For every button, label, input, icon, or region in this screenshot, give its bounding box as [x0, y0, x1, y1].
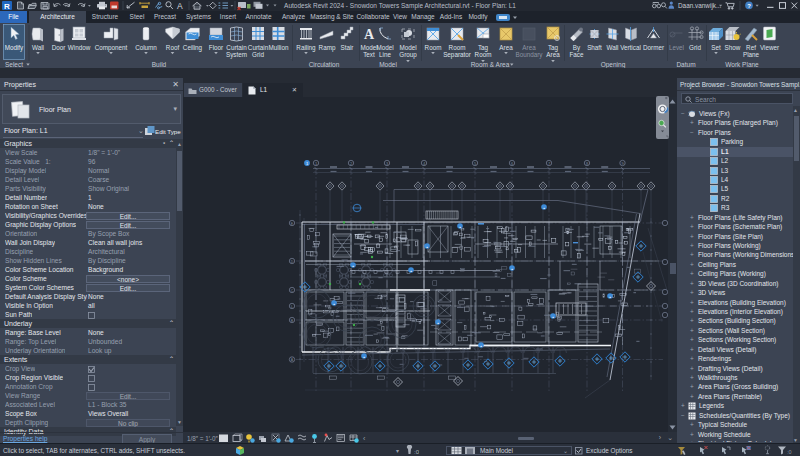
svg-text:Modify: Modify	[5, 44, 24, 52]
svg-text:▲: ▲	[459, 226, 462, 229]
svg-text:▲: ▲	[437, 322, 440, 325]
svg-text:▲: ▲	[511, 268, 514, 271]
svg-text:Text: Text	[363, 51, 375, 58]
svg-text:Column: Column	[135, 44, 157, 51]
svg-text:Set: Set	[711, 44, 721, 51]
svg-text:Railing: Railing	[296, 44, 316, 52]
svg-text:Vertical: Vertical	[620, 44, 641, 51]
svg-text:Boundary: Boundary	[516, 51, 544, 59]
svg-text:▲: ▲	[363, 356, 366, 359]
svg-text:Grid: Grid	[252, 51, 264, 58]
svg-text:Area: Area	[522, 44, 536, 51]
svg-text:▲: ▲	[480, 345, 483, 348]
svg-text:Curtain: Curtain	[226, 44, 247, 51]
svg-text:L: L	[291, 305, 293, 309]
svg-text:Curtain: Curtain	[248, 44, 269, 51]
svg-text:Area: Area	[546, 51, 560, 58]
svg-text:▲: ▲	[410, 270, 413, 273]
svg-text:i: i	[557, 36, 558, 41]
svg-text:Viewer: Viewer	[760, 44, 779, 51]
svg-text:Ceiling: Ceiling	[183, 44, 203, 52]
svg-text:Ramp: Ramp	[319, 44, 336, 52]
svg-text:D: D	[291, 260, 294, 264]
svg-text:Mullion: Mullion	[269, 44, 289, 51]
svg-text:Datum: Datum	[676, 61, 695, 68]
svg-text:Room: Room	[449, 44, 466, 51]
svg-text:Separator: Separator	[443, 51, 471, 59]
svg-text:▲: ▲	[352, 265, 355, 268]
svg-text:Wall: Wall	[32, 44, 44, 51]
svg-text:Wall: Wall	[606, 44, 618, 51]
svg-text:Opening: Opening	[601, 61, 626, 69]
svg-text:Circulation: Circulation	[309, 61, 340, 68]
svg-text:Group: Group	[399, 51, 417, 59]
svg-text:Show: Show	[725, 44, 741, 51]
svg-text:C: C	[291, 289, 294, 293]
svg-text:Room: Room	[475, 51, 492, 58]
svg-text:‹: ‹	[363, 435, 366, 442]
svg-text:Stair: Stair	[341, 44, 354, 51]
svg-text:Window: Window	[68, 44, 91, 51]
svg-text:Component: Component	[95, 44, 128, 52]
svg-text::0: :0	[414, 449, 419, 455]
svg-text:A: A	[291, 358, 294, 362]
svg-text:Room: Room	[425, 44, 442, 51]
svg-text:Model: Model	[399, 44, 416, 51]
svg-text:Select: Select	[5, 61, 23, 68]
svg-text:Door: Door	[52, 44, 66, 51]
svg-text:System: System	[226, 51, 247, 59]
svg-text:Shaft: Shaft	[587, 44, 602, 51]
svg-text:Ref: Ref	[746, 44, 756, 51]
svg-text:Roof: Roof	[166, 44, 180, 51]
svg-text:▲: ▲	[609, 296, 612, 299]
svg-text:Face: Face	[570, 51, 584, 58]
svg-text::0: :0	[787, 449, 792, 455]
svg-text:Model: Model	[379, 61, 397, 68]
svg-text:Model: Model	[376, 44, 393, 51]
svg-text:▲: ▲	[333, 303, 336, 306]
svg-text:▲: ▲	[552, 316, 555, 319]
svg-text:Build: Build	[152, 61, 167, 68]
svg-text:Grid: Grid	[689, 44, 701, 51]
svg-text:Room & Area: Room & Area	[471, 61, 510, 68]
svg-text:E: E	[291, 222, 294, 226]
svg-text:Level: Level	[669, 44, 684, 51]
svg-text:B: B	[291, 319, 294, 323]
svg-text:Floor: Floor	[209, 44, 223, 51]
svg-text:Area: Area	[499, 44, 513, 51]
svg-text:Work Plane: Work Plane	[725, 61, 759, 68]
svg-text:▲: ▲	[426, 246, 429, 249]
svg-text:Line: Line	[379, 51, 391, 58]
svg-text:▲: ▲	[543, 207, 546, 210]
svg-text:A: A	[364, 27, 375, 42]
svg-text:Dormer: Dormer	[643, 44, 664, 51]
svg-text:Model: Model	[360, 44, 377, 51]
svg-text:Plane: Plane	[743, 51, 760, 58]
